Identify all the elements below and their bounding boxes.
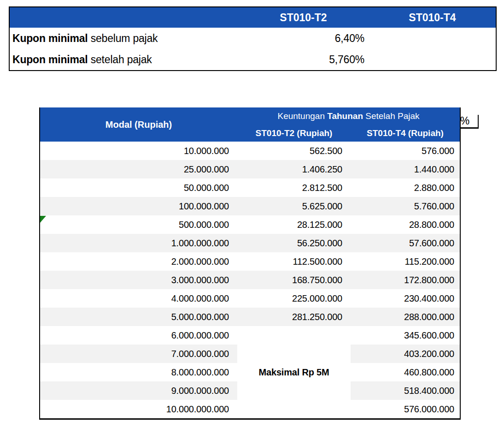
- modal-cell: 50.000.000: [40, 178, 237, 197]
- coupon-header-empty-cell: [10, 7, 238, 28]
- t2-cell: 225.000.000: [237, 289, 351, 308]
- t4-cell: 115.200.000: [351, 252, 460, 271]
- profit-table: Modal (Rupiah) Keuntungan Tahunan Setela…: [39, 107, 461, 420]
- t4-cell: 518.400.000: [351, 381, 460, 400]
- t4-cell: 403.200.000: [351, 345, 460, 363]
- t4-cell: 345.600.000: [351, 326, 460, 345]
- group-header-cell: Keuntungan Tahunan Setelah Pajak: [237, 107, 460, 125]
- coupon-row-setelah-pajak: Kupon minimal setelah pajak 5,625% 5,760…: [10, 49, 496, 70]
- profit-subheader-row: ST010-T2 (Rupiah) ST010-T4 (Rupiah): [237, 125, 460, 142]
- group-header-suffix: Setelah Pajak: [363, 111, 420, 121]
- modal-cell: 6.000.000.000: [40, 326, 237, 345]
- t2-cell: 168.750.000: [237, 271, 351, 289]
- profit-header-right: Keuntungan Tahunan Setelah Pajak ST010-T…: [237, 107, 460, 142]
- modal-cell: 500.000.000: [40, 215, 237, 234]
- coupon-table: ST010-T2 ST010-T4 Kupon minimal sebelum …: [9, 6, 497, 71]
- coupon-row-label-bold: Kupon minimal: [12, 54, 88, 65]
- cell-error-indicator-icon: [40, 216, 46, 223]
- t4-cell: 172.800.000: [351, 271, 460, 289]
- t4-cell: 28.800.000: [351, 215, 460, 234]
- t4-cell: 288.000.000: [351, 308, 460, 326]
- modal-cell: 10.000.000.000: [40, 400, 237, 418]
- coupon-row-label-rest: sebelum pajak: [88, 32, 158, 44]
- coupon-header-st010-t4: ST010-T4: [369, 7, 496, 28]
- subheader-st010-t4: ST010-T4 (Rupiah): [351, 125, 460, 142]
- modal-cell: 5.000.000.000: [40, 308, 237, 326]
- coupon-table-header-row: ST010-T2 ST010-T4: [10, 7, 496, 28]
- t4-cell: 5.760.000: [351, 197, 460, 215]
- t2-cell: 56.250.000: [237, 234, 351, 252]
- t4-cell: 2.880.000: [351, 178, 460, 197]
- modal-cell: 10.000.000: [40, 142, 237, 160]
- profit-table-body: Maksimal Rp 5M 10.000.000562.500576.0002…: [40, 142, 460, 418]
- subheader-st010-t2: ST010-T2 (Rupiah): [237, 125, 351, 142]
- modal-cell: 4.000.000.000: [40, 289, 237, 308]
- t4-cell: 576.000.000: [351, 400, 460, 418]
- modal-cell: 25.000.000: [40, 160, 237, 178]
- modal-cell: 9.000.000.000: [40, 381, 237, 400]
- coupon-row-label-text: Kupon minimal setelah pajak: [12, 54, 152, 66]
- coupon-value-t4: 5,760%: [238, 49, 369, 70]
- modal-cell: 7.000.000.000: [40, 345, 237, 363]
- t4-cell: 230.400.000: [351, 289, 460, 308]
- t2-cell: 112.500.000: [237, 252, 351, 271]
- modal-cell: 1.000.000.000: [40, 234, 237, 252]
- coupon-row-label: Kupon minimal sebelum pajak: [10, 28, 238, 49]
- coupon-row-label-rest: setelah pajak: [88, 54, 152, 65]
- coupon-row-label-bold: Kupon minimal: [12, 32, 88, 44]
- t2-cell: 281.250.000: [237, 308, 351, 326]
- t4-cell: 57.600.000: [351, 234, 460, 252]
- t2-cell: 28.125.000: [237, 215, 351, 234]
- t2-cell: 1.406.250: [237, 160, 351, 178]
- merged-note-cell: Maksimal Rp 5M: [237, 326, 351, 418]
- page: { "colors": { "header_blue": "#1953B0", …: [0, 0, 504, 428]
- group-header-bold: Tahunan: [327, 111, 363, 121]
- t2-cell: 562.500: [237, 142, 351, 160]
- coupon-row-sebelum-pajak: Kupon minimal sebelum pajak 6,25% 6,40%: [10, 28, 496, 49]
- t4-cell: 1.440.000: [351, 160, 460, 178]
- group-header-text: Keuntungan Tahunan Setelah Pajak: [277, 111, 419, 121]
- modal-cell: 8.000.000.000: [40, 363, 237, 381]
- modal-cell: 2.000.000.000: [40, 252, 237, 271]
- coupon-value-t4: 6,40%: [238, 28, 369, 49]
- t4-cell: 460.800.000: [351, 363, 460, 381]
- modal-cell: 100.000.000: [40, 197, 237, 215]
- modal-cell: 3.000.000.000: [40, 271, 237, 289]
- t2-cell: 2.812.500: [237, 178, 351, 197]
- coupon-row-label-text: Kupon minimal sebelum pajak: [12, 32, 158, 45]
- t4-cell: 576.000: [351, 142, 460, 160]
- modal-header-cell: Modal (Rupiah): [40, 107, 237, 142]
- group-header-prefix: Keuntungan: [277, 111, 327, 121]
- coupon-header-st010-t2: ST010-T2: [238, 7, 369, 28]
- coupon-row-label: Kupon minimal setelah pajak: [10, 49, 238, 70]
- t2-cell: 5.625.000: [237, 197, 351, 215]
- profit-table-header: Modal (Rupiah) Keuntungan Tahunan Setela…: [40, 107, 460, 142]
